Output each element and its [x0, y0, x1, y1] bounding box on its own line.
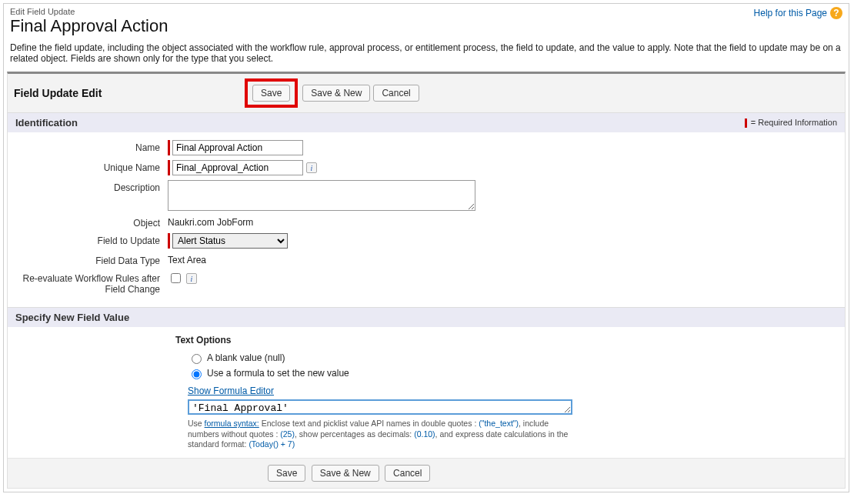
required-mark-icon — [745, 118, 749, 128]
page-title: Final Approval Action — [10, 16, 168, 36]
identification-body: Name Unique Name i Description Obj — [8, 132, 845, 307]
panel-header: Field Update Edit Save Save & New Cancel — [8, 74, 845, 112]
cancel-button[interactable]: Cancel — [373, 85, 419, 102]
bottom-button-bar: Save Save & New Cancel — [8, 458, 845, 488]
reeval-label: Re-evaluate Workflow Rules after Field C… — [14, 271, 168, 295]
specify-section-header: Specify New Field Value — [8, 307, 845, 327]
radio-use-formula[interactable] — [192, 369, 202, 379]
help-link-text: Help for this Page — [754, 8, 827, 18]
formula-syntax-link[interactable]: formula syntax: — [205, 419, 259, 428]
reeval-checkbox[interactable] — [171, 273, 181, 283]
description-textarea[interactable] — [168, 180, 475, 211]
identification-section-header: Identification = Required Information — [8, 112, 845, 132]
save-button[interactable]: Save — [252, 85, 290, 102]
page-container: Edit Field Update Final Approval Action … — [3, 3, 849, 492]
save-and-new-button[interactable]: Save & New — [302, 85, 370, 102]
object-value: Naukri.com JobForm — [168, 215, 253, 228]
show-formula-editor-link[interactable]: Show Formula Editor — [188, 386, 274, 396]
save-button-bottom[interactable]: Save — [268, 465, 305, 482]
field-to-update-select[interactable]: Alert Status — [172, 233, 288, 249]
formula-hint: Use formula syntax: Enclose text and pic… — [188, 419, 572, 450]
edit-field-update-label: Edit Field Update — [10, 7, 168, 16]
info-icon[interactable]: i — [186, 273, 197, 284]
specify-title: Specify New Field Value — [15, 312, 129, 323]
intro-text: Define the field update, including the o… — [4, 42, 849, 72]
save-and-new-button-bottom[interactable]: Save & New — [312, 465, 379, 482]
cancel-button-bottom[interactable]: Cancel — [385, 465, 430, 482]
radio-blank-value[interactable] — [192, 354, 202, 364]
field-update-panel: Field Update Edit Save Save & New Cancel… — [7, 72, 846, 489]
formula-textarea[interactable] — [188, 399, 572, 415]
radio-blank-label: A blank value (null) — [207, 352, 285, 363]
object-label: Object — [14, 215, 168, 229]
field-data-type-value: Text Area — [168, 253, 206, 265]
name-label: Name — [14, 140, 168, 153]
description-label: Description — [14, 180, 168, 193]
required-info-text: = Required Information — [745, 118, 837, 128]
text-options-title: Text Options — [175, 335, 839, 345]
panel-title: Field Update Edit — [14, 87, 245, 99]
save-highlight-box: Save — [245, 78, 298, 108]
identification-title: Identification — [15, 117, 78, 129]
radio-formula-label: Use a formula to set the new value — [207, 368, 349, 379]
name-input[interactable] — [172, 140, 303, 155]
specify-body: Text Options A blank value (null) Use a … — [8, 327, 845, 458]
info-icon[interactable]: i — [306, 162, 317, 173]
field-to-update-label: Field to Update — [14, 233, 168, 246]
help-icon: ? — [830, 7, 842, 19]
unique-name-input[interactable] — [172, 160, 303, 175]
field-data-type-label: Field Data Type — [14, 253, 168, 266]
unique-name-label: Unique Name — [14, 160, 168, 173]
help-link[interactable]: Help for this Page ? — [754, 7, 842, 19]
